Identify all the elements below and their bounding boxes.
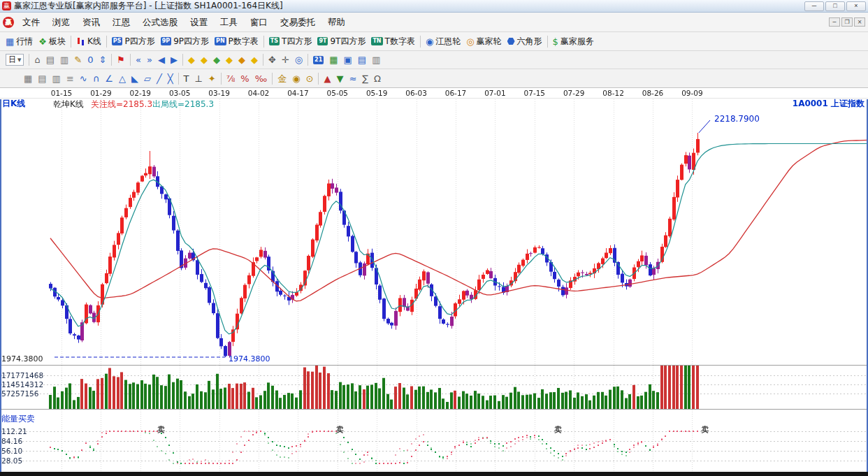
tsquare-tool[interactable]: ⊥ [191,71,205,86]
calendar-21-icon[interactable]: 21 [310,52,326,67]
notes-icon[interactable]: ▥ [57,52,71,67]
date-label: 04-17 [282,89,313,97]
sum-tool[interactable]: ∑ [359,71,371,86]
maximize-button[interactable]: □ [825,1,845,11]
diamond-tool-5[interactable]: ◆ [236,52,248,67]
golden-circle-tool[interactable]: ◉ [289,71,303,86]
t9-square-button-label: 9T四方形 [330,36,366,48]
hexagon-button[interactable]: 六角形 [505,34,545,49]
menu-item-3[interactable]: 江恩 [106,13,136,31]
menu-item-4[interactable]: 公式选股 [136,13,184,31]
cross-lines-tool[interactable]: ╳ [165,71,176,86]
report-icon[interactable]: ▤ [355,52,369,67]
diamond-tool-2[interactable]: ◆ [198,52,210,67]
golden-arc-tool[interactable]: ⊙ [303,71,316,86]
report-icon-icon: ▤ [358,55,366,64]
star-tool-icon: ✦ [208,74,216,83]
notes-icon-icon: ▥ [60,55,68,64]
zoom-tool[interactable]: ◎ [292,52,305,67]
reset-zero-icon[interactable]: 0 [85,52,96,67]
window-title: 赢家江恩专业版[赢家内部服务平台] - [上证指数 SH1A0001-164日K… [14,0,804,12]
menu-item-6[interactable]: 工具 [214,13,244,31]
date-label: 07-01 [479,89,510,97]
t9-square-button[interactable]: 9T9T四方形 [314,34,368,49]
p-number-table-button-icon: PN [215,37,226,45]
fan-tool[interactable]: ◣ [129,71,141,86]
nav-first-icon[interactable]: « [133,52,144,67]
diamond-tool-3[interactable]: ◆ [210,52,223,67]
vline-grid-tool[interactable]: ▥ [50,71,64,86]
crosshair-tool[interactable]: ✛ [279,52,292,67]
star-tool[interactable]: ✦ [205,71,219,86]
percent-tool[interactable]: % [238,71,252,86]
sectors-button[interactable]: ❖板块 [36,34,68,49]
resistance-tool-icon: ▼ [336,74,343,83]
winner-service-button[interactable]: $赢家服务 [550,34,597,49]
t-number-table-button[interactable]: TNT数字表 [368,34,418,49]
energy-axis-label: 56.10 [1,447,22,455]
nav-prev-icon[interactable]: ◀ [155,52,168,67]
clipboard-icon[interactable]: ▤ [43,52,57,67]
winner-wheel-button[interactable]: ◎赢家轮 [463,34,504,49]
wave-tool[interactable]: ∿ [77,71,90,86]
diamond-tool-4[interactable]: ◆ [223,52,236,67]
home-icon-icon: ⌂ [34,55,40,64]
cycle-tool-icon: Ω [374,74,381,83]
hand-tool[interactable]: ✥ [266,52,279,67]
p-square-button[interactable]: PSP四方形 [109,34,158,49]
p9-square-button[interactable]: 9P9P四方形 [158,34,212,49]
mdi-minimize-button[interactable]: ─ [829,17,840,27]
support-tool-icon: ▲ [324,74,331,83]
p-number-table-button[interactable]: PNP数字表 [212,34,261,49]
mdi-close-button[interactable]: × [854,17,865,27]
minimize-button[interactable]: ─ [804,1,824,11]
reset-zero-icon-icon: 0 [87,55,93,64]
fraction-tool[interactable]: ⅞ [224,71,238,86]
permille-tool[interactable]: ‰ [252,71,270,86]
t-square-button[interactable]: TST四方形 [266,34,315,49]
menu-item-7[interactable]: 窗口 [244,13,274,31]
menu-item-2[interactable]: 资讯 [76,13,106,31]
save-layout-icon[interactable]: ▥ [369,52,383,67]
menu-item-8[interactable]: 交易委托 [274,13,321,31]
menu-item-5[interactable]: 设置 [184,13,214,31]
gann-box-tool[interactable]: ▱ [141,71,154,86]
kline-style-label: 乾坤K线 [53,99,84,110]
price-chart-canvas[interactable] [0,88,868,476]
diamond-tool-1[interactable]: ◆ [185,52,198,67]
cycle-tool[interactable]: Ω [371,71,384,86]
diamond-tool-6[interactable]: ◆ [248,52,261,67]
gann-wheel-button[interactable]: ◉江恩轮 [423,34,463,49]
angle-tool[interactable]: ∠ [102,71,116,86]
levels-tool-icon: ≡ [66,74,74,83]
menu-item-1[interactable]: 浏览 [46,13,76,31]
nav-last-icon[interactable]: » [144,52,155,67]
panel-icon[interactable]: ▣ [341,52,355,67]
menu-item-9[interactable]: 帮助 [321,13,352,31]
band-tool[interactable]: ≈ [346,71,359,86]
grid-tool[interactable]: ▦ [21,71,35,86]
triangle-tool[interactable]: △ [116,71,129,86]
mdi-restore-button[interactable]: ❐ [841,17,853,27]
nav-next-icon[interactable]: ▶ [168,52,180,67]
quotes-button[interactable]: ▦行情 [3,34,36,49]
sum-tool-icon: ∑ [362,74,368,83]
resistance-tool[interactable]: ▼ [333,71,346,86]
text-tool[interactable]: T [181,71,192,86]
kline-button[interactable]: K线 [73,34,104,49]
menu-item-0[interactable]: 文件 [16,13,46,31]
hline-grid-tool[interactable]: ▤ [35,71,49,86]
flag-icon[interactable]: ⚑ [114,52,128,67]
date-label: 07-29 [558,89,589,97]
trendline-tool[interactable]: ╱ [154,71,165,86]
arc-tool[interactable]: ∩ [90,71,103,86]
support-tool[interactable]: ▲ [321,71,333,86]
home-icon[interactable]: ⌂ [31,52,43,67]
golden-section-tool[interactable]: 金 [275,71,289,86]
levels-tool[interactable]: ≡ [64,71,77,86]
pencil-icon[interactable]: ✎ [71,52,85,67]
period-select[interactable]: 日▼ [3,52,27,67]
close-button[interactable]: × [846,1,866,11]
updown-icon[interactable]: ⇕ [96,52,109,67]
grid-chart-icon[interactable]: ▦ [326,52,340,67]
